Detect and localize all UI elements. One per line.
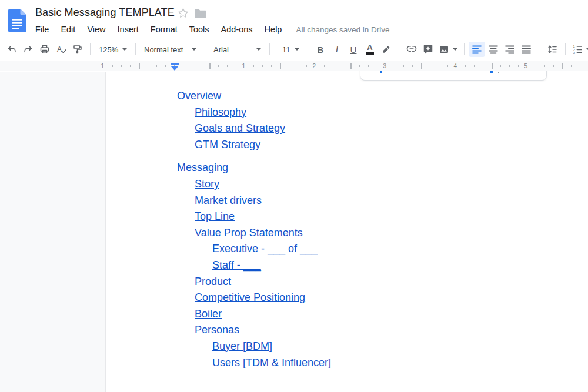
zoom-select[interactable]: 125% — [95, 42, 131, 57]
toolbar-divider — [135, 43, 136, 55]
spellcheck-button[interactable]: A — [53, 42, 69, 57]
bold-button[interactable]: B — [312, 42, 329, 57]
undo-icon — [6, 44, 17, 55]
align-center-button[interactable] — [485, 42, 502, 57]
italic-icon: I — [335, 44, 338, 55]
save-status[interactable]: All changes saved in Drive — [296, 25, 389, 34]
print-button[interactable] — [36, 42, 53, 57]
numbered-list-button[interactable]: 1 2 3 — [570, 42, 588, 57]
document-body: Overview Philosophy Goals and Strategy G… — [106, 88, 588, 371]
google-docs-icon[interactable] — [8, 9, 26, 32]
panel-edge-line — [1, 72, 1, 392]
doc-link-philosophy[interactable]: Philosophy — [195, 105, 246, 121]
move-folder-icon[interactable] — [195, 9, 206, 18]
menu-file[interactable]: File — [29, 25, 55, 34]
justify-icon — [521, 44, 532, 55]
chevron-down-icon — [122, 48, 127, 51]
doc-link-executive[interactable]: Executive - ___ of ___ — [212, 241, 318, 257]
menu-tools[interactable]: Tools — [183, 25, 215, 34]
clipped-text-fragment — [380, 71, 382, 73]
doc-link-value-prop-statements[interactable]: Value Prop Statements — [195, 225, 303, 242]
doc-link-story[interactable]: Story — [195, 176, 219, 193]
app-header: Basic Messaging TEMPLATE File Edit View … — [0, 0, 588, 38]
doc-link-overview[interactable]: Overview — [177, 88, 221, 105]
align-right-icon — [505, 44, 515, 55]
ruler-number: 3 — [382, 62, 388, 70]
underline-icon: U — [350, 45, 357, 55]
doc-link-messaging[interactable]: Messaging — [177, 160, 228, 176]
doc-link-top-line[interactable]: Top Line — [195, 209, 235, 225]
chevron-down-icon — [192, 48, 196, 51]
font-family-value: Arial — [213, 45, 229, 54]
document-title[interactable]: Basic Messaging TEMPLATE — [35, 6, 175, 19]
ruler-number: 5 — [523, 62, 529, 70]
indent-marker[interactable] — [171, 63, 179, 71]
toolbar-divider — [269, 43, 270, 55]
line-spacing-icon — [547, 44, 557, 55]
menu-help[interactable]: Help — [259, 25, 288, 34]
clipped-text-fragment — [498, 72, 499, 73]
menu-bar: File Edit View Insert Format Tools Add-o… — [29, 23, 390, 36]
redo-button[interactable] — [20, 42, 36, 57]
doc-link-market-drivers[interactable]: Market drivers — [195, 193, 262, 209]
doc-link-buyer-bdm[interactable]: Buyer [BDM] — [212, 339, 272, 355]
image-icon — [439, 44, 449, 55]
ruler-number: 1 — [99, 62, 106, 70]
text-color-button[interactable]: A — [362, 42, 378, 57]
insert-image-button[interactable] — [436, 42, 460, 57]
doc-link-personas[interactable]: Personas — [195, 322, 239, 339]
menu-edit[interactable]: Edit — [55, 25, 81, 34]
toolbar: A 125% Normal text Arial 11 B I U A — [0, 38, 588, 61]
left-indent-handle[interactable] — [171, 66, 179, 71]
font-size-select[interactable]: 11 — [274, 42, 303, 57]
zoom-value: 125% — [99, 45, 118, 54]
undo-button[interactable] — [4, 42, 20, 57]
insert-link-button[interactable] — [403, 42, 420, 57]
toolbar-divider — [464, 43, 465, 55]
toolbar-divider — [399, 43, 399, 55]
italic-button[interactable]: I — [329, 42, 345, 57]
paragraph-style-select[interactable]: Normal text — [140, 42, 201, 57]
doc-link-gtm-strategy[interactable]: GTM Strategy — [195, 137, 260, 153]
align-left-button[interactable] — [469, 42, 485, 57]
font-size-value: 11 — [282, 45, 290, 54]
toolbar-divider — [308, 43, 308, 55]
chevron-down-icon — [295, 48, 299, 51]
add-comment-button[interactable] — [420, 42, 436, 57]
toolbar-divider — [565, 43, 566, 55]
align-right-button[interactable] — [502, 42, 518, 57]
paragraph-style-value: Normal text — [144, 45, 183, 54]
align-center-icon — [488, 44, 499, 55]
paint-format-button[interactable] — [69, 42, 86, 57]
doc-link-competitive-positioning[interactable]: Competitive Positioning — [195, 290, 305, 306]
doc-link-product[interactable]: Product — [195, 274, 231, 290]
link-icon — [406, 44, 417, 55]
ruler-number: 1 — [240, 62, 247, 70]
first-line-indent-handle[interactable] — [171, 63, 179, 65]
svg-text:3: 3 — [573, 51, 576, 55]
menu-view[interactable]: View — [81, 25, 111, 34]
spellcheck-icon: A — [56, 44, 66, 55]
doc-link-users-tdm-influencer[interactable]: Users [TDM & Influencer] — [212, 355, 331, 371]
menu-insert[interactable]: Insert — [112, 25, 145, 34]
underline-button[interactable]: U — [345, 42, 362, 57]
highlight-color-button[interactable] — [378, 42, 395, 57]
menu-addons[interactable]: Add-ons — [215, 25, 259, 34]
doc-link-boiler[interactable]: Boiler — [195, 306, 222, 323]
chevron-down-icon — [453, 48, 457, 51]
align-left-icon — [472, 44, 482, 55]
star-icon[interactable] — [178, 8, 189, 19]
doc-link-staff[interactable]: Staff - ___ — [212, 257, 261, 274]
redo-icon — [23, 44, 34, 55]
document-page[interactable]: Overview Philosophy Goals and Strategy G… — [105, 72, 588, 392]
font-family-select[interactable]: Arial — [209, 42, 265, 57]
comment-plus-icon — [423, 44, 433, 55]
justify-button[interactable] — [518, 42, 534, 57]
menu-format[interactable]: Format — [145, 25, 183, 34]
line-spacing-button[interactable] — [543, 42, 561, 57]
horizontal-ruler: 1 1 2 3 4 5 — [0, 61, 588, 71]
toolbar-divider — [90, 43, 91, 55]
chevron-down-icon — [256, 48, 261, 51]
doc-link-goals-and-strategy[interactable]: Goals and Strategy — [195, 120, 285, 137]
ruler-number: 2 — [311, 62, 318, 70]
